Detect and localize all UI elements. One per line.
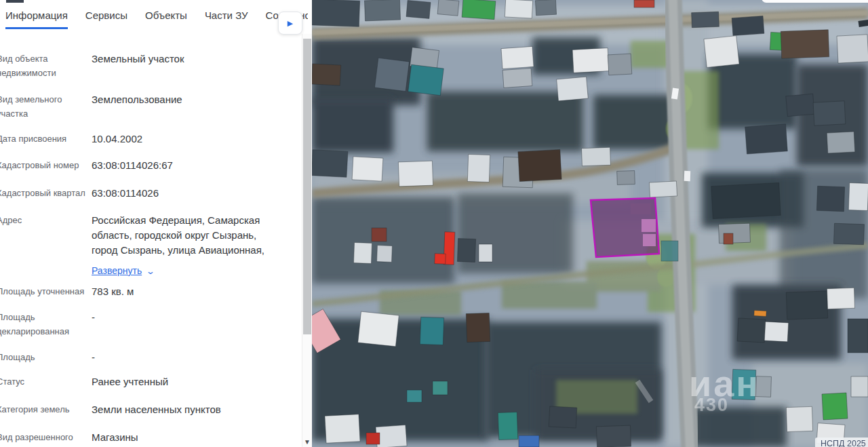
attribute-value: 63:08:0114026 — [92, 186, 284, 201]
attribute-row-address: Адрес Российская Федерация, Самарская об… — [0, 213, 298, 279]
attribute-row: Вид объекта недвижимости Земельный участ… — [0, 52, 298, 80]
parcel-attributes: Вид объекта недвижимости Земельный участ… — [0, 34, 302, 447]
tab-information[interactable]: Информация — [5, 9, 68, 29]
selected-parcel[interactable] — [591, 198, 659, 257]
clipped-content-fragment — [6, 0, 24, 3]
cadastral-map-app: Информация Сервисы Объекты Части ЗУ Сост… — [0, 0, 868, 447]
attribute-label: Адрес — [0, 213, 92, 279]
scrollbar-down-arrow-icon[interactable]: ▼ — [302, 438, 312, 447]
attribute-value: Магазины — [92, 430, 284, 445]
tabs-scroll-right-button[interactable]: ▶ — [278, 12, 302, 35]
attribute-value: 10.04.2002 — [92, 132, 284, 147]
attribute-row: Кадастровый квартал 63:08:0114026 — [0, 186, 298, 201]
attribute-value: 783 кв. м — [92, 284, 284, 299]
attribute-label: Кадастровый номер — [0, 158, 92, 173]
attribute-label: Площадь — [0, 350, 92, 365]
attribute-label: Вид разрешенного — [0, 430, 92, 445]
map-toolbar-fragment[interactable] — [762, 0, 868, 3]
attribute-value: Ранее учтенный — [92, 374, 284, 389]
tab-objects[interactable]: Объекты — [145, 9, 187, 27]
attribute-value: Земли населенных пунктов — [92, 402, 284, 417]
tab-services[interactable]: Сервисы — [85, 9, 127, 27]
svg-text:430: 430 — [694, 395, 729, 415]
attribute-row: Дата присвоения 10.04.2002 — [0, 132, 298, 147]
attribute-row: Площадь - — [0, 350, 298, 365]
attribute-label: Категория земель — [0, 402, 92, 417]
attribute-row: Площадь декларированная - — [0, 310, 298, 338]
attribute-label: Дата присвоения — [0, 132, 92, 147]
attribute-row: Категория земель Земли населенных пункто… — [0, 402, 298, 417]
parcel-info-panel: Информация Сервисы Объекты Части ЗУ Сост… — [0, 0, 312, 447]
cadastral-number-value: 63:08:0114026:67 — [92, 158, 284, 173]
attribute-label: Вид объекта недвижимости — [0, 52, 92, 80]
attribute-label: Площадь уточненная — [0, 284, 92, 299]
address-value: Российская Федерация, Самарская область,… — [92, 213, 284, 279]
svg-text:НСПД 2025: НСПД 2025 — [821, 439, 866, 447]
attribute-value: - — [92, 310, 284, 338]
panel-tabs: Информация Сервисы Объекты Части ЗУ Сост… — [0, 9, 308, 34]
attribute-row: Вид разрешенного Магазины — [0, 430, 298, 445]
expand-address-link[interactable]: Развернуть — [92, 263, 142, 278]
address-text: Российская Федерация, Самарская область,… — [92, 214, 264, 256]
map-canvas[interactable]: иан 430 НСПД 2025 — [312, 0, 868, 447]
attribute-value: Землепользование — [92, 92, 284, 121]
chevron-right-icon: ▶ — [288, 20, 293, 27]
attribute-row: Вид земельного участка Землепользование — [0, 92, 298, 121]
panel-scrollbar[interactable]: ▼ — [302, 34, 312, 447]
attribute-value: - — [92, 350, 284, 365]
parcel-polygon — [591, 198, 659, 257]
scrollbar-thumb[interactable] — [303, 39, 311, 334]
attribute-label: Статус — [0, 374, 92, 389]
attribute-label: Вид земельного участка — [0, 92, 92, 121]
attribute-value: Земельный участок — [92, 52, 284, 80]
attribute-row: Статус Ранее учтенный — [0, 374, 298, 389]
attribute-label: Площадь декларированная — [0, 310, 92, 338]
map-attribution: НСПД 2025 — [815, 438, 868, 447]
attribute-row: Площадь уточненная 783 кв. м — [0, 284, 298, 299]
chevron-down-icon[interactable]: ⌄ — [146, 264, 155, 279]
attribute-row: Кадастровый номер 63:08:0114026:67 — [0, 158, 298, 173]
attribute-label: Кадастровый квартал — [0, 186, 92, 201]
tab-parcel-parts[interactable]: Части ЗУ — [205, 9, 248, 27]
